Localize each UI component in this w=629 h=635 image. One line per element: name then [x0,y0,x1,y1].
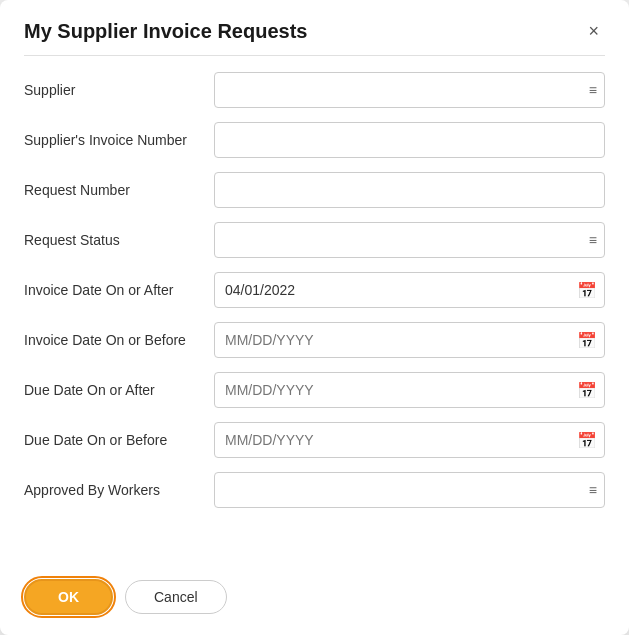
approved-by-workers-field: ≡ [214,472,605,508]
label-supplier: Supplier [24,82,214,98]
label-approved-by-workers: Approved By Workers [24,482,214,498]
ok-button[interactable]: OK [24,579,113,615]
form-row-supplier: Supplier ≡ [24,72,605,108]
label-request-status: Request Status [24,232,214,248]
supplier-field: ≡ [214,72,605,108]
invoice-date-before-field: 📅 [214,322,605,358]
label-invoice-date-after: Invoice Date On or After [24,282,214,298]
form-row-due-date-before: Due Date On or Before 📅 [24,422,605,458]
cancel-button[interactable]: Cancel [125,580,227,614]
form-body: Supplier ≡ Supplier's Invoice Number Req… [0,56,629,563]
form-row-due-date-after: Due Date On or After 📅 [24,372,605,408]
label-due-date-before: Due Date On or Before [24,432,214,448]
invoice-date-after-input[interactable] [214,272,605,308]
due-date-after-field: 📅 [214,372,605,408]
due-date-after-input[interactable] [214,372,605,408]
due-date-before-input[interactable] [214,422,605,458]
invoice-date-after-field: 📅 [214,272,605,308]
form-row-invoice-date-after: Invoice Date On or After 📅 [24,272,605,308]
form-row-invoice-date-before: Invoice Date On or Before 📅 [24,322,605,358]
request-status-select[interactable] [214,222,605,258]
label-invoice-number: Supplier's Invoice Number [24,132,214,148]
label-request-number: Request Number [24,182,214,198]
invoice-date-before-input[interactable] [214,322,605,358]
dialog-header: My Supplier Invoice Requests × [0,0,629,55]
label-due-date-after: Due Date On or After [24,382,214,398]
request-status-field: ≡ [214,222,605,258]
supplier-select[interactable] [214,72,605,108]
invoice-number-input[interactable] [214,122,605,158]
dialog-footer: OK Cancel [0,563,629,635]
request-number-input[interactable] [214,172,605,208]
due-date-before-field: 📅 [214,422,605,458]
label-invoice-date-before: Invoice Date On or Before [24,332,214,348]
dialog-title: My Supplier Invoice Requests [24,20,307,43]
form-row-request-status: Request Status ≡ [24,222,605,258]
form-row-invoice-number: Supplier's Invoice Number [24,122,605,158]
dialog: My Supplier Invoice Requests × Supplier … [0,0,629,635]
approved-by-workers-select[interactable] [214,472,605,508]
form-row-approved-by-workers: Approved By Workers ≡ [24,472,605,508]
close-button[interactable]: × [582,20,605,42]
form-row-request-number: Request Number [24,172,605,208]
